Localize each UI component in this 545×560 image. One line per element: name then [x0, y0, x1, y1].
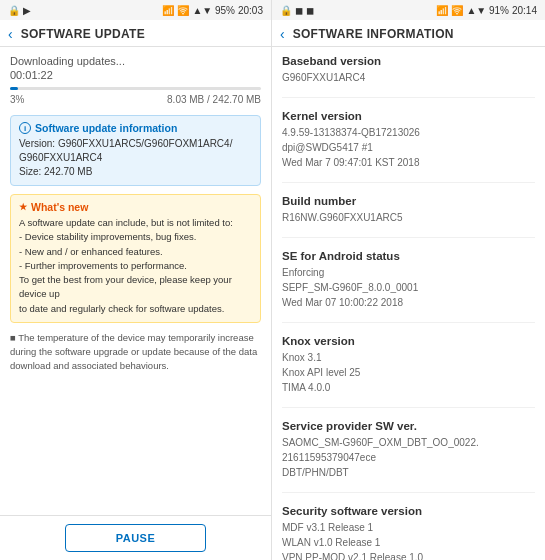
download-status-text: Downloading updates...	[10, 55, 261, 67]
wifi-icon: 🛜	[177, 5, 189, 16]
right-notification-icons: 🔒 ◼ ◼	[280, 5, 314, 16]
info-section-title: Build number	[282, 195, 535, 207]
warning-text: ■ The temperature of the device may temp…	[10, 331, 261, 374]
whats-new-box: ★ What's new A software update can inclu…	[10, 194, 261, 323]
right-nav-title: SOFTWARE INFORMATION	[293, 27, 454, 41]
info-section-value: MDF v3.1 Release 1 WLAN v1.0 Release 1 V…	[282, 520, 535, 560]
info-section: Kernel version4.9.59-13138374-QB17213026…	[282, 110, 535, 183]
right-panel: 🔒 ◼ ◼ 📶 🛜 ▲▼ 91% 20:14 ‹ SOFTWARE INFORM…	[272, 0, 545, 560]
time-right: 20:14	[512, 5, 537, 16]
whats-new-title-text: What's new	[31, 201, 88, 213]
info-icon: i	[19, 122, 31, 134]
right-top-nav: ‹ SOFTWARE INFORMATION	[272, 20, 545, 47]
back-button[interactable]: ‹	[8, 26, 13, 42]
progress-info: 3% 8.03 MB / 242.70 MB	[10, 94, 261, 105]
right-status-bar: 🔒 ◼ ◼ 📶 🛜 ▲▼ 91% 20:14	[272, 0, 545, 20]
left-nav-title: SOFTWARE UPDATE	[21, 27, 145, 41]
notification-icons: 🔒 ▶	[8, 5, 31, 16]
progress-percent: 3%	[10, 94, 24, 105]
left-status-icons: 🔒 ▶	[8, 5, 31, 16]
left-status-bar: 🔒 ▶ 📶 🛜 ▲▼ 95% 20:03	[0, 0, 271, 20]
info-section: Baseband versionG960FXXU1ARC4	[282, 55, 535, 98]
info-section-title: Service provider SW ver.	[282, 420, 535, 432]
info-section: Knox versionKnox 3.1 Knox API level 25 T…	[282, 335, 535, 408]
progress-bar-fill	[10, 87, 18, 90]
info-section-title: Knox version	[282, 335, 535, 347]
left-top-nav: ‹ SOFTWARE UPDATE	[0, 20, 271, 47]
download-time: 00:01:22	[10, 69, 261, 81]
left-status-right: 📶 🛜 ▲▼ 95% 20:03	[162, 5, 263, 16]
right-status-icons: 🔒 ◼ ◼	[280, 5, 314, 16]
progress-size: 8.03 MB / 242.70 MB	[167, 94, 261, 105]
left-content: Downloading updates... 00:01:22 3% 8.03 …	[0, 47, 271, 515]
info-section-value: Knox 3.1 Knox API level 25 TIMA 4.0.0	[282, 350, 535, 395]
software-update-info-box: i Software update information Version: G…	[10, 115, 261, 186]
info-box-title: i Software update information	[19, 122, 252, 134]
info-section-value: 4.9.59-13138374-QB17213026 dpi@SWDG5417 …	[282, 125, 535, 170]
info-section-value: Enforcing SEPF_SM-G960F_8.0.0_0001 Wed M…	[282, 265, 535, 310]
time-left: 20:03	[238, 5, 263, 16]
info-box-title-text: Software update information	[35, 122, 177, 134]
info-section: Build numberR16NW.G960FXXU1ARC5	[282, 195, 535, 238]
info-section: Service provider SW ver.SAOMC_SM-G960F_O…	[282, 420, 535, 493]
right-wifi-icon: 🛜	[451, 5, 463, 16]
pause-btn-container: PAUSE	[0, 515, 271, 560]
info-section-value: SAOMC_SM-G960F_OXM_DBT_OO_0022. 21611595…	[282, 435, 535, 480]
right-signal-icon: 📶	[436, 5, 448, 16]
info-box-text: Version: G960FXXU1ARC5/G960FOXM1ARC4/ G9…	[19, 137, 252, 179]
right-status-right: 📶 🛜 ▲▼ 91% 20:14	[436, 5, 537, 16]
whats-new-title: ★ What's new	[19, 201, 252, 213]
left-panel: 🔒 ▶ 📶 🛜 ▲▼ 95% 20:03 ‹ SOFTWARE UPDATE D…	[0, 0, 272, 560]
signal-icon: 📶	[162, 5, 174, 16]
progress-bar-container	[10, 87, 261, 90]
battery-right: ▲▼ 91%	[466, 5, 509, 16]
pause-button[interactable]: PAUSE	[65, 524, 207, 552]
star-icon: ★	[19, 202, 27, 212]
info-section-value: R16NW.G960FXXU1ARC5	[282, 210, 535, 225]
info-section-title: Baseband version	[282, 55, 535, 67]
info-section-value: G960FXXU1ARC4	[282, 70, 535, 85]
info-section: Security software versionMDF v3.1 Releas…	[282, 505, 535, 560]
whats-new-text: A software update can include, but is no…	[19, 216, 252, 316]
right-content: Baseband versionG960FXXU1ARC4Kernel vers…	[272, 47, 545, 560]
info-section-title: Security software version	[282, 505, 535, 517]
info-section: SE for Android statusEnforcing SEPF_SM-G…	[282, 250, 535, 323]
right-back-button[interactable]: ‹	[280, 26, 285, 42]
info-section-title: Kernel version	[282, 110, 535, 122]
battery-left: ▲▼ 95%	[192, 5, 235, 16]
info-section-title: SE for Android status	[282, 250, 535, 262]
